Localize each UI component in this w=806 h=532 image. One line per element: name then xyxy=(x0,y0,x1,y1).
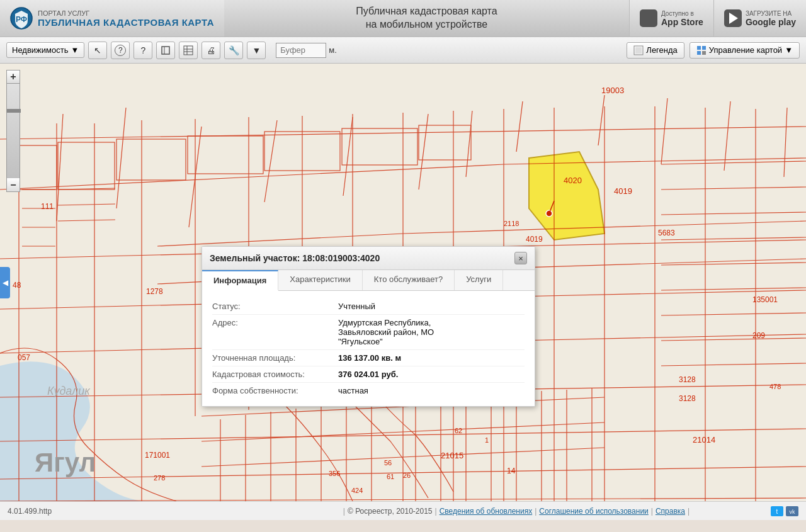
settings-button[interactable]: 🔧 xyxy=(224,42,243,59)
svg-rect-5 xyxy=(162,47,169,54)
googleplay-button[interactable]: ЗАГРУЗИТЕ НА Google play xyxy=(713,0,806,37)
tab-service[interactable]: Кто обслуживает? xyxy=(363,270,455,290)
popup-close-button[interactable]: × xyxy=(514,252,527,264)
logo-text: ПОРТАЛ УСЛУГ ПУБЛИЧНАЯ КАДАСТРОВАЯ КАРТА xyxy=(38,9,214,28)
header-center: Публичная кадастровая карта на мобильном… xyxy=(224,0,629,37)
ruler-icon: ? xyxy=(140,45,145,55)
legend-icon xyxy=(633,45,644,55)
popup-row-cost: Кадастровая стоимость: 376 024.01 руб. xyxy=(212,366,525,383)
close-icon: × xyxy=(518,254,523,263)
table-view-button[interactable] xyxy=(179,42,198,59)
print-button[interactable]: 🖨 xyxy=(202,42,220,59)
svg-text:РФ: РФ xyxy=(16,15,27,24)
popup-row-area: Уточненная площадь: 136 137.00 кв. м xyxy=(212,350,525,366)
footer-version: 4.01.499.http xyxy=(8,507,262,516)
ownership-value: частная xyxy=(338,386,525,395)
printer-icon: 🖨 xyxy=(207,45,215,55)
svg-rect-14 xyxy=(702,46,706,50)
footer-center: | © Росреестр, 2010-2015 | Сведения об о… xyxy=(262,507,771,516)
svg-rect-16 xyxy=(702,51,706,55)
property-type-dropdown[interactable]: Недвижимость ▼ xyxy=(6,42,84,58)
chevron-down-icon: ▼ xyxy=(252,45,261,55)
grid-icon xyxy=(696,45,707,55)
dropdown-arrow-icon: ▼ xyxy=(71,45,79,55)
more-button[interactable]: ▼ xyxy=(247,42,266,59)
status-label: Статус: xyxy=(212,302,338,311)
left-panel-toggle[interactable]: ◀ xyxy=(0,267,10,298)
chevron-left-icon: ◀ xyxy=(3,278,8,287)
mobile-text: Публичная кадастровая карта на мобильном… xyxy=(356,5,497,31)
table-icon xyxy=(183,45,193,55)
popup-row-ownership: Форма собственности: частная xyxy=(212,383,525,399)
svg-rect-12 xyxy=(635,47,642,54)
popup-content: Статус: Учтенный Адрес: Удмуртская Респу… xyxy=(202,291,535,406)
popup-row-status: Статус: Учтенный xyxy=(212,298,525,315)
svg-rect-7 xyxy=(184,46,193,55)
address-value: Удмуртская Республика,Завьяловский район… xyxy=(338,318,525,346)
svg-rect-13 xyxy=(697,46,701,50)
updates-link[interactable]: Сведения об обновлениях xyxy=(440,507,533,516)
wrench-icon: 🔧 xyxy=(229,45,239,55)
area-label: Уточненная площадь: xyxy=(212,353,338,363)
status-value: Учтенный xyxy=(338,302,525,311)
header-right: Доступно в App Store ЗАГРУЗИТЕ НА Google… xyxy=(629,0,806,37)
toolbar-right: Легенда Управление картой ▼ xyxy=(627,42,800,59)
cursor-icon: ↖ xyxy=(94,45,101,55)
help-link[interactable]: Справка xyxy=(656,507,685,516)
header: РФ ПОРТАЛ УСЛУГ ПУБЛИЧНАЯ КАДАСТРОВАЯ КА… xyxy=(0,0,806,37)
twitter-icon: t xyxy=(771,506,783,516)
footer: 4.01.499.http | © Росреестр, 2010-2015 |… xyxy=(0,501,806,520)
popup-tabs: Информация Характеристики Кто обслуживае… xyxy=(202,270,535,291)
popup-title-bar: Земельный участок: 18:08:019003:4020 × xyxy=(202,247,535,270)
measure-tool-button[interactable]: ? xyxy=(133,42,152,59)
select-tool-button[interactable]: ↖ xyxy=(88,42,107,59)
popup-title: Земельный участок: 18:08:019003:4020 xyxy=(210,253,380,263)
info-tool-button[interactable]: ? xyxy=(111,42,130,59)
popup-row-address: Адрес: Удмуртская Республика,Завьяловски… xyxy=(212,315,525,350)
logo-area: РФ ПОРТАЛ УСЛУГ ПУБЛИЧНАЯ КАДАСТРОВАЯ КА… xyxy=(0,0,224,37)
tab-info[interactable]: Информация xyxy=(202,270,278,291)
cost-value: 376 024.01 руб. xyxy=(338,370,525,379)
buffer-unit: м. xyxy=(329,45,337,55)
footer-social: t vk xyxy=(771,506,798,516)
cost-label: Кадастровая стоимость: xyxy=(212,370,338,379)
appstore-button[interactable]: Доступно в App Store xyxy=(629,0,713,37)
toolbar: Недвижимость ▼ ↖ ? ? 🖨 🔧 ▼ м. Легенда Уп… xyxy=(0,37,806,64)
zoom-handle[interactable] xyxy=(7,109,21,113)
apple-icon xyxy=(640,9,657,27)
svg-rect-15 xyxy=(697,51,701,55)
logo-icon: РФ xyxy=(10,7,33,30)
tab-characteristics[interactable]: Характеристики xyxy=(278,270,362,290)
area-icon xyxy=(161,45,171,55)
info-popup: Земельный участок: 18:08:019003:4020 × И… xyxy=(202,246,535,407)
map-container[interactable]: 0 0.3 0.6км 19003 4020 4019 4019 2118 11… xyxy=(0,64,806,501)
area-measure-button[interactable] xyxy=(156,42,175,59)
zoom-slider[interactable] xyxy=(6,84,20,178)
info-circle-icon: ? xyxy=(115,45,126,56)
svg-rect-2 xyxy=(640,9,657,27)
buffer-input[interactable] xyxy=(276,43,326,58)
address-label: Адрес: xyxy=(212,318,338,346)
vk-icon: vk xyxy=(786,506,798,516)
manage-arrow-icon: ▼ xyxy=(785,45,793,55)
svg-text:t: t xyxy=(776,508,778,515)
tab-services[interactable]: Услуги xyxy=(455,270,503,290)
legend-button[interactable]: Легенда xyxy=(627,42,684,59)
manage-map-button[interactable]: Управление картой ▼ xyxy=(690,42,800,59)
zoom-out-button[interactable]: − xyxy=(6,178,20,192)
zoom-controls: + − xyxy=(6,70,20,192)
buffer-area: м. xyxy=(276,43,337,58)
zoom-in-button[interactable]: + xyxy=(6,70,20,84)
area-value: 136 137.00 кв. м xyxy=(338,353,525,363)
svg-text:vk: vk xyxy=(790,509,796,515)
ownership-label: Форма собственности: xyxy=(212,386,338,395)
googleplay-icon xyxy=(724,9,742,27)
agreement-link[interactable]: Соглашение об использовании xyxy=(539,507,649,516)
